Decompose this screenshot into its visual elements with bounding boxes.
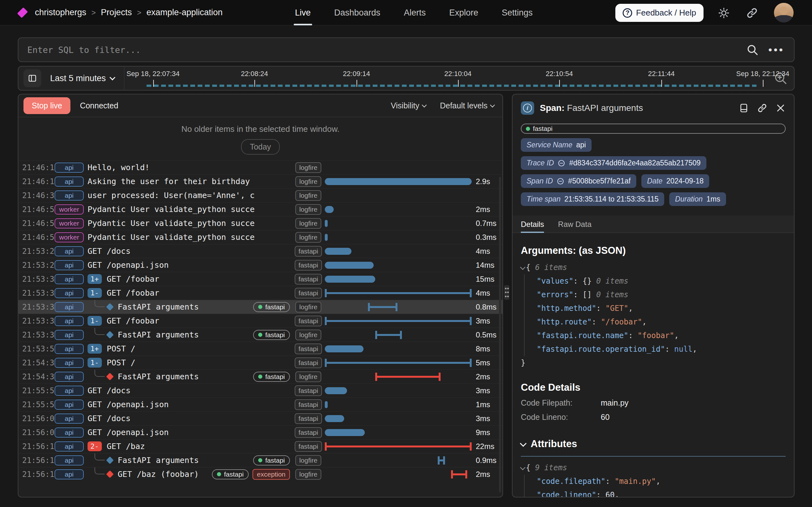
scope-badge: logfire bbox=[292, 176, 325, 187]
log-row[interactable]: 21:54:37apiFastAPI argumentsfastapilogfi… bbox=[18, 370, 502, 383]
expand-collapse-chip[interactable]: 1- bbox=[88, 358, 102, 368]
detail-tab-details[interactable]: Details bbox=[521, 220, 544, 233]
time-range-dropdown[interactable]: Last 5 minutes bbox=[50, 73, 114, 83]
sidebar-toggle-button[interactable] bbox=[23, 69, 41, 87]
duration-bar-track bbox=[325, 384, 473, 397]
log-row[interactable]: 21:55:58apiGET /docsfastapi3ms bbox=[18, 383, 502, 397]
log-row[interactable]: 21:46:19apiAsking the user for their bir… bbox=[18, 174, 502, 188]
visibility-dropdown[interactable]: Visibility bbox=[391, 101, 426, 110]
row-content: 1-GET /foobar bbox=[88, 314, 290, 328]
log-row[interactable]: 21:53:35api1-GET /foobarfastapi4ms bbox=[18, 286, 502, 300]
log-row[interactable]: 21:53:35apiFastAPI argumentsfastapilogfi… bbox=[18, 300, 502, 314]
scrollbar[interactable] bbox=[499, 177, 501, 493]
empty-state: No older items in the selected time wind… bbox=[18, 117, 502, 155]
row-message: FastAPI arguments bbox=[118, 372, 199, 381]
today-button[interactable]: Today bbox=[241, 139, 280, 155]
nav-tab-settings[interactable]: Settings bbox=[502, 0, 533, 25]
panel-resize-handle[interactable] bbox=[504, 285, 509, 300]
row-content: 1+GET /foobar bbox=[88, 272, 290, 286]
expand-collapse-chip[interactable]: 1+ bbox=[88, 274, 102, 284]
expand-collapse-chip[interactable]: 2- bbox=[88, 441, 102, 451]
log-row[interactable]: 21:46:55workerPydantic User validate_pyt… bbox=[18, 202, 502, 216]
log-row[interactable]: 21:56:13apiFastAPI argumentsfastapilogfi… bbox=[18, 453, 502, 467]
log-row[interactable]: 21:56:09apiGET /openapi.jsonfastapi9ms bbox=[18, 425, 502, 439]
duration-bar bbox=[325, 401, 328, 408]
log-row[interactable]: 21:53:35api1-GET /foobarfastapi3ms bbox=[18, 314, 502, 328]
breadcrumb-item[interactable]: Projects bbox=[101, 8, 132, 17]
close-icon[interactable] bbox=[775, 103, 786, 113]
duration-bar bbox=[451, 470, 467, 478]
log-row[interactable]: 21:56:09apiGET /docsfastapi3ms bbox=[18, 411, 502, 425]
scope-badge: fastapi bbox=[292, 316, 325, 326]
duration-bar-track bbox=[325, 230, 473, 244]
detail-tab-raw-data[interactable]: Raw Data bbox=[558, 220, 591, 233]
row-message: POST / bbox=[107, 358, 136, 367]
row-content: Pydantic User validate_python succe bbox=[88, 230, 290, 244]
environment-tag: api bbox=[54, 316, 84, 326]
time-range-bar: Last 5 minutes Sep 18, 22:07:3422:08:242… bbox=[18, 66, 795, 91]
attributes-json-viewer: { 9 items"code.filepath": "main.py","cod… bbox=[521, 461, 786, 498]
log-row[interactable]: 21:46:33apiuser processed: User(name='An… bbox=[18, 188, 502, 202]
log-row[interactable]: 21:56:13api2-GET /bazfastapi22ms bbox=[18, 439, 502, 453]
row-duration: 9ms bbox=[473, 428, 502, 437]
share-link-icon[interactable] bbox=[746, 7, 758, 19]
arguments-heading: Arguments: (as JSON) bbox=[521, 245, 786, 257]
logfire-logo-icon[interactable] bbox=[17, 7, 28, 18]
log-row[interactable]: 21:56:13apiGET /baz (foobar)fastapiexcep… bbox=[18, 467, 502, 481]
expand-collapse-chip[interactable]: 1- bbox=[88, 316, 102, 326]
duration-bar-track bbox=[325, 328, 473, 342]
row-duration: 8ms bbox=[473, 344, 502, 353]
default-levels-dropdown[interactable]: Default levels bbox=[440, 101, 494, 110]
copy-link-icon[interactable] bbox=[757, 103, 767, 113]
more-options-icon[interactable]: ••• bbox=[768, 47, 784, 53]
nav-tab-alerts[interactable]: Alerts bbox=[404, 0, 426, 25]
log-row[interactable]: 21:53:28apiGET /openapi.jsonfastapi14ms bbox=[18, 258, 502, 272]
scope-badge: fastapi bbox=[292, 288, 325, 298]
breadcrumb-item[interactable]: christophergs bbox=[35, 8, 86, 17]
sql-filter-input[interactable] bbox=[18, 45, 746, 55]
code-details-heading: Code Details bbox=[521, 382, 786, 393]
chevron-down-icon bbox=[520, 440, 526, 447]
environment-tag: api bbox=[54, 358, 84, 368]
detail-title-label: Span: bbox=[540, 103, 565, 113]
search-icon[interactable] bbox=[746, 43, 759, 56]
stop-live-button[interactable]: Stop live bbox=[23, 97, 70, 114]
timeline-baseline bbox=[147, 84, 756, 87]
log-row[interactable]: 21:55:58apiGET /openapi.jsonfastapi1ms bbox=[18, 397, 502, 411]
nav-tab-dashboards[interactable]: Dashboards bbox=[334, 0, 380, 25]
attributes-heading[interactable]: Attributes bbox=[521, 438, 786, 450]
expand-collapse-chip[interactable]: 1- bbox=[88, 288, 102, 298]
log-row[interactable]: 21:54:37api1-POST /fastapi5ms bbox=[18, 355, 502, 370]
nav-tab-live[interactable]: Live bbox=[295, 0, 311, 25]
drawer-view-icon[interactable] bbox=[739, 103, 749, 113]
feedback-help-button[interactable]: ? Feedback / Help bbox=[615, 4, 704, 22]
scope-badge: logfire bbox=[292, 455, 325, 466]
nav-tab-explore[interactable]: Explore bbox=[449, 0, 478, 25]
log-row[interactable]: 21:46:55workerPydantic User validate_pyt… bbox=[18, 216, 502, 230]
metadata-chip-trace-id[interactable]: Trace ID#d834c3374dd6fa2e4aa82a55ab21750… bbox=[521, 156, 706, 170]
row-duration: 14ms bbox=[473, 261, 502, 270]
breadcrumb-item[interactable]: example-application bbox=[147, 8, 223, 17]
chip-value: 2024-09-18 bbox=[666, 177, 704, 185]
row-timestamp: 21:56:09 bbox=[22, 428, 53, 437]
chevron-down-icon bbox=[422, 103, 427, 108]
question-icon: ? bbox=[623, 8, 632, 18]
row-content: FastAPI argumentsfastapi bbox=[88, 453, 290, 467]
log-row[interactable]: 21:53:33api1+GET /foobarfastapi15ms bbox=[18, 272, 502, 286]
collapse-chevron-icon[interactable] bbox=[520, 465, 525, 470]
expand-collapse-chip[interactable]: 1+ bbox=[88, 344, 102, 354]
theme-toggle-icon[interactable] bbox=[718, 7, 730, 19]
log-row[interactable]: 21:53:35apiFastAPI argumentsfastapilogfi… bbox=[18, 328, 502, 342]
collapse-chevron-icon[interactable] bbox=[520, 265, 525, 270]
log-row[interactable]: 21:53:28apiGET /docsfastapi4ms bbox=[18, 244, 502, 258]
green-dot-icon bbox=[258, 333, 262, 337]
duration-bar bbox=[325, 442, 472, 451]
log-row[interactable]: 21:46:55workerPydantic User validate_pyt… bbox=[18, 230, 502, 244]
log-row[interactable]: 21:46:19apiHello, world!logfire bbox=[18, 160, 502, 174]
json-line: "values": {} 0 items bbox=[524, 274, 786, 288]
chip-label: Duration bbox=[675, 195, 703, 204]
user-avatar[interactable] bbox=[774, 3, 794, 22]
metadata-chip-span-id[interactable]: Span ID#5008bce5f7fe21af bbox=[521, 174, 636, 188]
timeline-track[interactable]: Sep 18, 22:07:3422:08:2422:09:1422:10:04… bbox=[128, 66, 769, 90]
log-row[interactable]: 21:53:56api1+POST /fastapi8ms bbox=[18, 342, 502, 355]
